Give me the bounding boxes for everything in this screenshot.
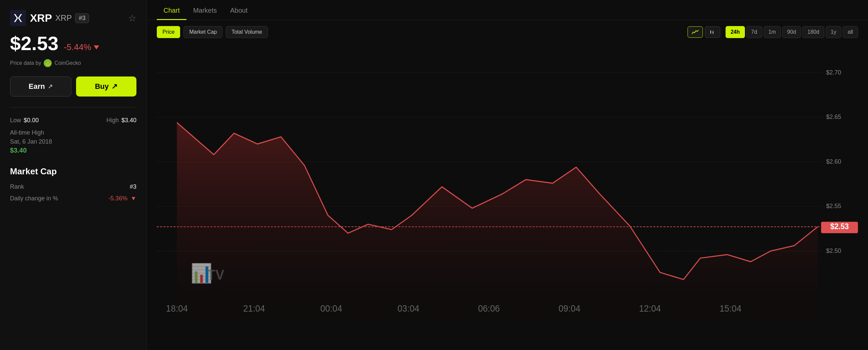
time-range-buttons: 24h 7d 1m 90d 180d 1y all: [725, 26, 858, 38]
chart-controls: Price Market Cap Total Volume: [147, 20, 868, 44]
price-row: $2.53 -5.44%: [10, 32, 136, 54]
svg-text:$2.60: $2.60: [826, 157, 841, 165]
svg-text:12:04: 12:04: [639, 303, 661, 314]
coin-header: XRP XRP #3 ☆: [10, 10, 136, 26]
divider: [10, 107, 136, 108]
svg-rect-4: [713, 31, 714, 33]
line-chart-button[interactable]: [687, 26, 703, 38]
price-change: -5.44%: [64, 42, 99, 53]
svg-text:$2.53: $2.53: [830, 222, 849, 231]
coin-name-group: XRP XRP #3: [30, 12, 89, 24]
time-btn-all[interactable]: all: [843, 26, 858, 38]
daily-change-value: -5.36% ▼: [108, 195, 136, 202]
coin-name: XRP: [30, 12, 52, 24]
svg-text:$2.55: $2.55: [826, 202, 841, 210]
svg-text:TV: TV: [207, 266, 224, 283]
coin-logo: [10, 10, 26, 26]
left-panel: XRP XRP #3 ☆ $2.53 -5.44% Price data by …: [0, 0, 147, 350]
ath-value: $3.40: [10, 147, 136, 154]
earn-external-icon: ↗: [48, 83, 53, 90]
time-btn-90d[interactable]: 90d: [782, 26, 801, 38]
data-source: Price data by 🐸 CoinGecko: [10, 59, 136, 67]
candlestick-chart-button[interactable]: [705, 26, 720, 38]
svg-text:00:04: 00:04: [320, 303, 342, 314]
svg-text:21:04: 21:04: [243, 303, 265, 314]
low-stat: Low $0.00: [10, 117, 39, 124]
tab-markets[interactable]: Markets: [186, 2, 223, 20]
chart-tabs: Chart Markets About: [147, 0, 868, 20]
rank-row: Rank #3: [10, 183, 136, 191]
time-btn-24h[interactable]: 24h: [725, 26, 745, 38]
time-btn-7d[interactable]: 7d: [746, 26, 762, 38]
buy-external-icon: ↗: [112, 82, 117, 91]
price-down-arrow: [94, 46, 99, 50]
action-buttons: Earn ↗ Buy ↗: [10, 77, 136, 96]
rank-badge: #3: [75, 13, 89, 23]
svg-text:$2.50: $2.50: [826, 247, 841, 254]
chart-view-toggle: [687, 26, 720, 38]
tab-chart[interactable]: Chart: [157, 2, 186, 20]
ath-section: All-time High Sat, 6 Jan 2018 $3.40: [10, 129, 136, 154]
chart-area: $2.70 $2.65 $2.60 $2.55 $2.50 $2.53 18:0…: [147, 44, 868, 350]
time-btn-1m[interactable]: 1m: [764, 26, 781, 38]
price-value: $2.53: [10, 32, 58, 54]
svg-rect-1: [710, 31, 711, 33]
price-type-button[interactable]: Price: [157, 26, 180, 38]
chart-svg: $2.70 $2.65 $2.60 $2.55 $2.50 $2.53 18:0…: [157, 44, 861, 337]
favorite-button[interactable]: ☆: [128, 13, 136, 24]
time-btn-1y[interactable]: 1y: [826, 26, 841, 38]
time-btn-180d[interactable]: 180d: [802, 26, 824, 38]
daily-change-row: Daily change in % -5.36% ▼: [10, 195, 136, 202]
chart-type-buttons: Price Market Cap Total Volume: [157, 26, 268, 38]
ath-label: All-time High: [10, 129, 136, 136]
svg-text:15:04: 15:04: [719, 303, 741, 314]
market-cap-section: Market Cap Rank #3 Daily change in % -5.…: [10, 166, 136, 207]
tab-about[interactable]: About: [223, 2, 254, 20]
svg-text:18:04: 18:04: [166, 303, 188, 314]
svg-text:06:06: 06:06: [478, 303, 500, 314]
market-cap-title: Market Cap: [10, 166, 136, 177]
coin-identity: XRP XRP #3: [10, 10, 89, 26]
svg-text:$2.70: $2.70: [826, 68, 841, 76]
buy-button[interactable]: Buy ↗: [76, 77, 137, 96]
high-stat: High $3.40: [106, 117, 136, 124]
stats-row: Low $0.00 High $3.40: [10, 117, 136, 124]
earn-button[interactable]: Earn ↗: [10, 77, 71, 96]
ath-date: Sat, 6 Jan 2018: [10, 138, 136, 145]
market-cap-type-button[interactable]: Market Cap: [184, 26, 222, 38]
svg-text:$2.65: $2.65: [826, 113, 841, 121]
right-panel: Chart Markets About Price Market Cap Tot…: [147, 0, 868, 350]
coingecko-logo: 🐸: [44, 59, 52, 67]
svg-marker-21: [177, 122, 818, 322]
total-volume-type-button[interactable]: Total Volume: [226, 26, 268, 38]
svg-text:09:04: 09:04: [558, 303, 580, 314]
coin-ticker: XRP: [55, 13, 72, 23]
svg-text:03:04: 03:04: [398, 303, 419, 314]
